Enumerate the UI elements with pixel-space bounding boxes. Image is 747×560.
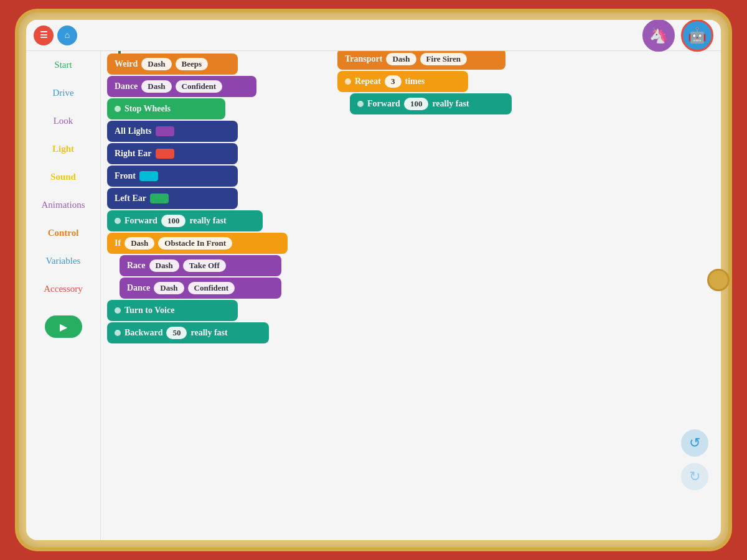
play-button[interactable]: [45, 315, 82, 338]
all-lights-text: All Lights: [115, 126, 152, 136]
sidebar-item-variables[interactable]: Variables: [26, 247, 100, 275]
home-button[interactable]: [707, 269, 730, 291]
all-lights-swatch[interactable]: [156, 126, 174, 136]
sidebar-item-sound[interactable]: Sound: [26, 163, 100, 191]
sidebar-item-drive[interactable]: Drive: [26, 79, 100, 107]
times-text: times: [405, 77, 425, 86]
repeat-text: Repeat: [355, 77, 381, 86]
left-ear-block[interactable]: Left Ear: [107, 188, 238, 209]
obstacle-pill[interactable]: Obstacle In Front: [158, 237, 232, 250]
beeps-pill[interactable]: Beeps: [176, 58, 209, 70]
sidebar-item-light[interactable]: Light: [26, 135, 100, 163]
forward-speed-text: really fast: [189, 216, 226, 226]
left-ear-text: Left Ear: [115, 194, 146, 203]
forward-repeat-num[interactable]: 100: [404, 98, 429, 110]
left-block-group: When Start Weird Dash Beeps Dance Dash C…: [107, 26, 288, 343]
dash-avatar[interactable]: 🤖: [681, 20, 713, 52]
canvas-area: When Start Weird Dash Beeps Dance Dash C…: [101, 20, 721, 540]
dance-text2: Dance: [127, 283, 150, 293]
forward-num-pill[interactable]: 100: [161, 215, 186, 227]
dash-pill-transport[interactable]: Dash: [386, 53, 416, 65]
sidebar-item-look[interactable]: Look: [26, 107, 100, 135]
front-swatch[interactable]: [139, 171, 158, 181]
sidebar-item-control[interactable]: Control: [26, 219, 100, 247]
home-nav-icon[interactable]: ⌂: [57, 26, 77, 45]
turn-voice-text: Turn to Voice: [125, 306, 174, 315]
sidebar-item-accessory[interactable]: Accessory: [26, 275, 100, 303]
right-ear-text: Right Ear: [115, 149, 152, 159]
top-bar: ☰ ⌂ 🦄 🤖: [26, 20, 721, 51]
dash-pill-weird[interactable]: Dash: [141, 58, 171, 70]
dance-text: Dance: [115, 82, 138, 91]
forward-repeat-text: Forward: [367, 99, 400, 109]
undo-area: ↺ ↻: [681, 429, 708, 490]
front-text: Front: [115, 171, 136, 181]
dash-pill-race[interactable]: Dash: [149, 259, 179, 272]
race-block[interactable]: Race Dash Take Off: [120, 255, 281, 276]
confident-pill[interactable]: Confident: [176, 80, 223, 93]
weird-text: Weird: [115, 59, 138, 69]
forward-block[interactable]: Forward 100 really fast: [107, 210, 263, 231]
transport-text: Transport: [345, 54, 382, 64]
if-text: If: [115, 238, 121, 248]
dance-confident-block2[interactable]: Dance Dash Confident: [120, 278, 281, 299]
forward-text: Forward: [125, 216, 157, 226]
repeat-num-pill[interactable]: 3: [385, 75, 402, 88]
backward-text: Backward: [125, 328, 162, 338]
takeoff-pill[interactable]: Take Off: [183, 259, 226, 272]
right-ear-swatch[interactable]: [156, 149, 174, 159]
turn-voice-block[interactable]: Turn to Voice: [107, 300, 238, 321]
sidebar-item-start[interactable]: Start: [26, 51, 100, 79]
sidebar: Start Drive Look Light Sound Animations …: [26, 20, 101, 540]
transport-block[interactable]: Transport Dash Fire Siren: [337, 49, 505, 70]
forward-repeat-block[interactable]: Forward 100 really fast: [350, 93, 512, 114]
dance-confident-block[interactable]: Dance Dash Confident: [107, 76, 256, 97]
confident-pill2[interactable]: Confident: [188, 282, 235, 294]
right-ear-block[interactable]: Right Ear: [107, 143, 238, 164]
race-text: Race: [127, 261, 146, 271]
menu-icon[interactable]: ☰: [34, 26, 54, 45]
dash-pill-dance[interactable]: Dash: [141, 80, 171, 93]
stop-wheels-text: Stop Wheels: [125, 104, 171, 114]
sidebar-item-animations[interactable]: Animations: [26, 191, 100, 219]
backward-num-pill[interactable]: 50: [166, 327, 187, 339]
tablet-outer: ☰ ⌂ 🦄 🤖 Start Drive Look Light Sound Ani…: [19, 12, 728, 548]
left-ear-swatch[interactable]: [150, 194, 169, 203]
undo-button[interactable]: ↺: [681, 429, 708, 457]
redo-button[interactable]: ↻: [681, 463, 708, 490]
avatar-area: 🦄 🤖: [642, 20, 713, 52]
stop-wheels-block[interactable]: Stop Wheels: [107, 98, 225, 119]
front-block[interactable]: Front: [107, 166, 238, 187]
top-bar-icons: ☰ ⌂: [34, 26, 77, 45]
if-block[interactable]: If Dash Obstacle In Front: [107, 233, 288, 254]
dash-pill-dance2[interactable]: Dash: [154, 282, 184, 294]
unicorn-avatar[interactable]: 🦄: [642, 20, 675, 52]
dash-pill-if[interactable]: Dash: [125, 237, 154, 250]
repeat-block[interactable]: Repeat 3 times: [337, 71, 468, 92]
fire-siren-pill[interactable]: Fire Siren: [420, 53, 467, 65]
backward-block[interactable]: Backward 50 really fast: [107, 322, 269, 343]
forward-repeat-speed: really fast: [432, 99, 469, 109]
all-lights-block[interactable]: All Lights: [107, 121, 238, 142]
backward-speed-text: really fast: [190, 328, 227, 338]
tablet-screen: ☰ ⌂ 🦄 🤖 Start Drive Look Light Sound Ani…: [26, 20, 721, 540]
weird-dash-block[interactable]: Weird Dash Beeps: [107, 54, 238, 75]
